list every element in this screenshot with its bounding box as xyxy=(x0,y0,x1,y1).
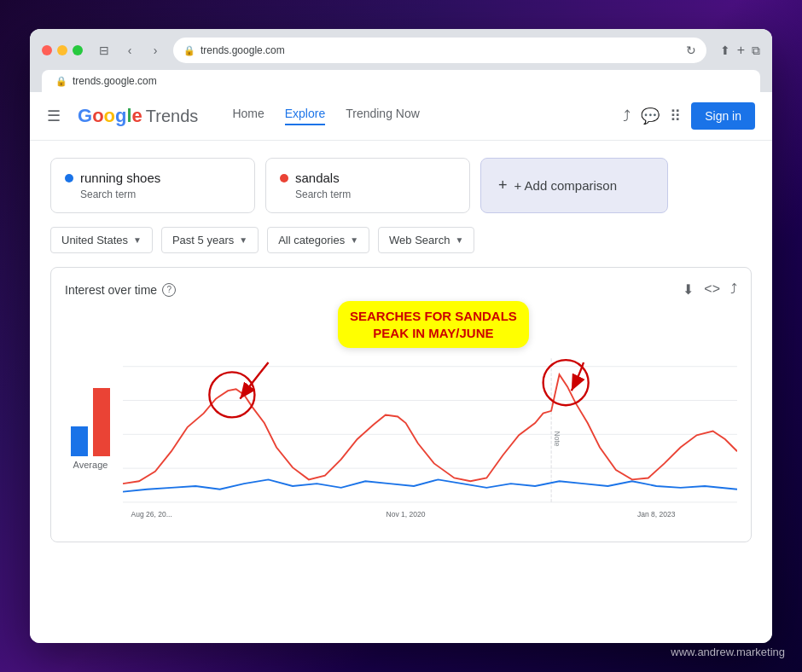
filter-region-label: United States xyxy=(61,234,128,246)
tab-favicon: 🔒 xyxy=(55,76,67,87)
browser-tab[interactable]: 🔒 trends.google.com xyxy=(42,70,760,92)
chevron-down-icon: ▼ xyxy=(133,235,142,245)
copy-icon[interactable]: ⧉ xyxy=(752,43,760,58)
refresh-icon[interactable]: ↻ xyxy=(686,43,696,57)
share-icon[interactable]: ⬆ xyxy=(720,43,730,57)
term-dot-blue xyxy=(65,174,73,182)
chart-svg: 100 75 50 25 Note xyxy=(123,354,737,524)
new-tab-icon[interactable]: + xyxy=(737,43,745,58)
search-term-card-2[interactable]: sandals Search term xyxy=(265,158,470,213)
x-label-2: Nov 1, 2020 xyxy=(386,510,426,518)
page-content: ☰ Google Trends Home Explore Trending No… xyxy=(30,92,772,643)
chart-container: Interest over time ? ⬇ <> ⤴ SEARCHES FOR… xyxy=(50,267,752,542)
watermark: www.andrew.marketing xyxy=(671,646,785,658)
chart-svg-container: 100 75 50 25 Note xyxy=(123,354,737,528)
maximize-button[interactable] xyxy=(73,45,83,55)
filter-region[interactable]: United States ▼ xyxy=(50,227,153,253)
chart-title: Interest over time ? xyxy=(65,283,176,297)
add-comparison-label: + Add comparison xyxy=(514,178,618,193)
filter-search-type-label: Web Search xyxy=(389,234,450,246)
chart-title-text: Interest over time xyxy=(65,283,157,297)
back-button[interactable]: ‹ xyxy=(120,41,139,60)
forward-button[interactable]: › xyxy=(146,41,165,60)
chevron-down-icon-3: ▼ xyxy=(350,235,358,245)
filter-time[interactable]: Past 5 years ▼ xyxy=(161,227,259,253)
browser-controls: ⊟ ‹ › xyxy=(95,41,165,60)
tab-switcher-icon[interactable]: ⊟ xyxy=(95,41,113,60)
avg-bar-red xyxy=(93,388,110,456)
nav-explore[interactable]: Explore xyxy=(285,107,325,125)
chart-header: Interest over time ? ⬇ <> ⤴ xyxy=(65,281,737,298)
gt-header: ☰ Google Trends Home Explore Trending No… xyxy=(30,92,772,141)
share-chart-icon[interactable]: ⤴ xyxy=(730,281,737,298)
apps-icon[interactable]: ⠿ xyxy=(670,107,681,125)
x-label-3: Jan 8, 2023 xyxy=(637,510,676,518)
browser-actions: ⬆ + ⧉ xyxy=(720,43,760,58)
add-icon: + xyxy=(498,177,508,194)
traffic-lights xyxy=(42,45,83,55)
chevron-down-icon-2: ▼ xyxy=(239,235,247,245)
main-area: running shoes Search term sandals Search… xyxy=(30,141,772,643)
term-name-1: running shoes xyxy=(80,171,160,185)
url-text: trends.google.com xyxy=(200,44,285,56)
annotation-bubble: SEARCHES FOR SANDALSPEAK IN MAY/JUNE xyxy=(338,301,529,348)
tab-title: trends.google.com xyxy=(73,75,157,87)
chart-actions: ⬇ <> ⤴ xyxy=(683,281,737,298)
term-dot-red xyxy=(280,174,288,182)
search-term-card-1[interactable]: running shoes Search term xyxy=(50,158,255,213)
minimize-button[interactable] xyxy=(57,45,67,55)
term-name-2: sandals xyxy=(295,171,340,185)
hamburger-menu-icon[interactable]: ☰ xyxy=(47,107,61,125)
sign-in-button[interactable]: Sign in xyxy=(691,102,755,130)
avg-bar-blue xyxy=(71,426,88,456)
lock-icon: 🔒 xyxy=(183,45,195,56)
avg-bar-section: Average xyxy=(65,354,116,528)
chart-svg-wrapper: Average 100 75 xyxy=(65,354,737,528)
nav-home[interactable]: Home xyxy=(232,107,264,125)
browser-window: ⊟ ‹ › 🔒 trends.google.com ↻ ⬆ + ⧉ 🔒 tren… xyxy=(30,29,772,643)
svg-text:Note: Note xyxy=(553,432,561,447)
trends-text: Trends xyxy=(146,107,199,126)
browser-chrome: ⊟ ‹ › 🔒 trends.google.com ↻ ⬆ + ⧉ 🔒 tren… xyxy=(30,29,772,92)
share-header-icon[interactable]: ⤴ xyxy=(623,107,631,125)
download-icon[interactable]: ⬇ xyxy=(683,281,694,298)
feedback-icon[interactable]: 💬 xyxy=(641,107,660,125)
filter-categories-label: All categories xyxy=(278,234,345,246)
nav-trending-now[interactable]: Trending Now xyxy=(346,107,420,125)
filter-search-type[interactable]: Web Search ▼ xyxy=(378,227,474,253)
avg-label: Average xyxy=(73,460,108,470)
term-label-2: Search term xyxy=(295,188,456,200)
chevron-down-icon-4: ▼ xyxy=(455,235,463,245)
filter-categories[interactable]: All categories ▼ xyxy=(267,227,369,253)
address-bar[interactable]: 🔒 trends.google.com ↻ xyxy=(173,38,706,63)
embed-icon[interactable]: <> xyxy=(704,281,720,298)
avg-bars xyxy=(71,354,110,456)
filter-time-label: Past 5 years xyxy=(172,234,234,246)
close-button[interactable] xyxy=(42,45,52,55)
x-label-1: Aug 26, 20... xyxy=(131,510,171,518)
google-trends-logo: Google Trends xyxy=(78,105,198,127)
help-icon[interactable]: ? xyxy=(162,283,176,297)
term-label-1: Search term xyxy=(80,188,241,200)
search-terms-row: running shoes Search term sandals Search… xyxy=(50,158,752,213)
filter-row: United States ▼ Past 5 years ▼ All categ… xyxy=(50,227,752,253)
svg-point-11 xyxy=(209,372,254,417)
gt-header-actions: ⤴ 💬 ⠿ Sign in xyxy=(623,102,755,130)
gt-nav: Home Explore Trending Now xyxy=(232,107,606,125)
add-comparison-card[interactable]: + + Add comparison xyxy=(480,158,668,213)
